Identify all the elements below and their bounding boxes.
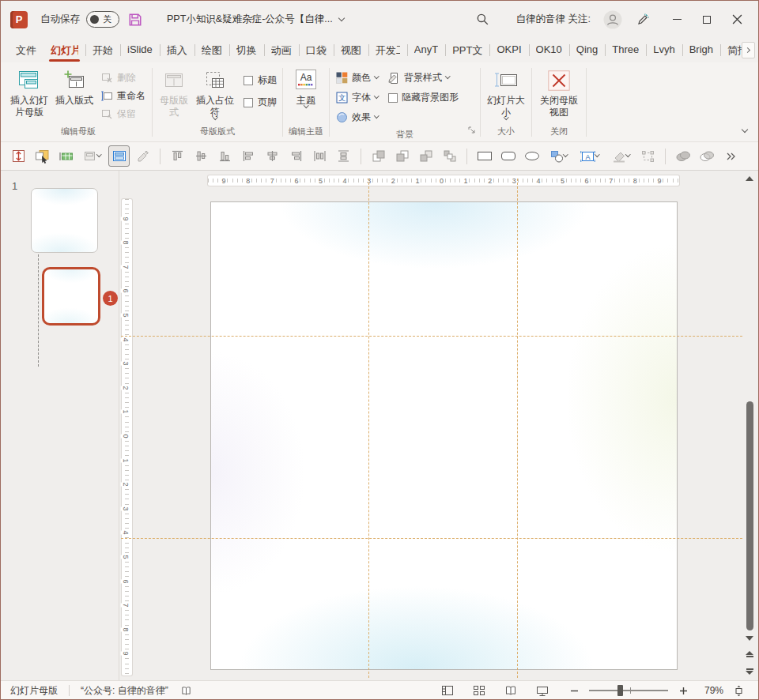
tab-koudai[interactable]: 口袋 [299,38,334,62]
background-styles-button[interactable]: 背景样式 [384,68,463,88]
vertical-scrollbar[interactable] [742,171,757,680]
horizontal-guide-top[interactable] [121,336,742,337]
horizontal-ruler[interactable]: 9876543210123456789 [208,175,679,186]
tab-ok10[interactable]: OK10 [529,38,569,62]
minimize-button[interactable] [662,6,692,33]
layout-panel-button[interactable] [108,145,130,167]
table-placeholder-button[interactable] [55,145,77,167]
insert-layout-button[interactable]: 插入版式 [51,65,97,107]
tab-animations[interactable]: 动画 [264,38,299,62]
tab-home[interactable]: 开始 [85,38,120,62]
insert-frame-button[interactable] [79,145,106,167]
distribute-horizontal-icon [313,149,327,163]
ruler-number: 3 [512,177,517,185]
scrollbar-thumb[interactable] [746,401,753,630]
close-button[interactable] [722,6,752,33]
tab-overflow-button[interactable] [742,42,755,58]
theme-fonts-button[interactable]: 文 字体 [332,88,384,107]
fit-slide-to-window-button[interactable] [728,683,749,698]
insert-placeholder-button[interactable]: 插入占位符 [193,65,237,119]
select-object-icon [35,149,50,164]
normal-view-button[interactable] [437,683,458,698]
autosave-state: 关 [103,13,111,25]
collapse-ribbon-button[interactable] [742,121,747,135]
tab-insert[interactable]: 插入 [160,38,194,62]
zoom-level[interactable]: 79% [697,685,723,696]
group-divider [152,68,153,137]
double-up-icon [746,651,753,655]
save-button[interactable] [124,9,146,31]
tab-draw[interactable]: 绘图 [194,38,229,62]
scroll-up-button[interactable] [746,176,753,181]
rounded-rectangle-shape-button[interactable] [497,145,519,167]
ruler-number: 4 [120,531,130,535]
chevron-down-icon [374,93,379,98]
zoom-out-button[interactable] [564,683,584,698]
selected-layout-thumbnail[interactable] [42,267,100,326]
toolbar-overflow-button[interactable] [719,145,741,167]
fit-height-button[interactable] [8,145,29,167]
theme-colors-button[interactable]: 颜色 [332,68,384,88]
rename-button[interactable]: 重命名 [97,87,149,105]
dialog-launcher-button[interactable] [468,122,475,137]
title-checkbox[interactable]: 标题 [244,73,277,87]
rectangle-shape-button[interactable] [474,145,495,167]
ruler-number: 1 [463,177,469,185]
tab-three[interactable]: Three [605,38,646,62]
tab-file[interactable]: 文件 [9,38,43,62]
themes-button[interactable]: Aa 主题 [285,65,327,107]
bring-forward-button [368,145,389,167]
ellipse-shape-button[interactable] [521,145,542,167]
tab-okpi[interactable]: OKPI [489,38,528,62]
select-object-button[interactable] [32,145,53,167]
scroll-down-button[interactable] [746,636,753,641]
master-slide-thumbnail[interactable] [31,188,98,253]
horizontal-guide-bottom[interactable] [121,538,742,539]
edit-points-button [637,145,659,167]
text-box-button[interactable]: A [576,145,604,167]
tab-slide-master[interactable]: 幻灯片 [43,38,85,62]
group-divider [531,68,532,137]
vertical-ruler[interactable]: 9876543210123456789 [122,199,132,676]
zoom-slider[interactable] [589,690,668,691]
theme-effects-button[interactable]: 效果 [332,107,384,127]
footer-checkbox[interactable]: 页脚 [244,96,277,109]
search-button[interactable] [472,9,494,31]
tab-anyt[interactable]: AnyT [407,38,445,62]
close-master-view-button[interactable]: 关闭母版视图 [534,65,583,119]
tab-islide[interactable]: iSlide [120,38,160,62]
more-shapes-button[interactable] [545,145,573,167]
proofing-button[interactable] [176,683,197,698]
maximize-button[interactable] [692,6,722,33]
zoom-in-button[interactable] [673,683,693,698]
tab-brigh[interactable]: Brigh [682,38,720,62]
slide-size-button[interactable]: 幻灯片大小 [483,65,529,119]
tab-view[interactable]: 视图 [334,38,368,62]
inking-pen-button[interactable] [632,9,654,31]
svg-text:文: 文 [338,93,346,102]
ruler-number: 2 [391,177,396,185]
tab-developer[interactable]: 开发工具 [368,38,407,62]
reading-view-button[interactable] [500,683,521,698]
bring-to-front-icon [419,149,433,163]
ruler-number: 5 [560,177,565,185]
bring-to-front-button [415,145,436,167]
vertical-guide-left[interactable] [368,179,369,678]
slide-sorter-button[interactable] [469,683,489,698]
slide-canvas[interactable] [210,201,678,670]
previous-slide-button[interactable] [746,651,753,657]
hide-background-graphics-checkbox[interactable]: 隐藏背景图形 [384,88,463,107]
vertical-guide-right[interactable] [517,179,518,678]
tab-pptwen[interactable]: PPT文 [445,38,489,62]
tab-qing[interactable]: Qing [569,38,605,62]
tab-transitions[interactable]: 切换 [229,38,264,62]
zoom-slider-thumb[interactable] [617,685,623,696]
autosave-toggle[interactable]: 关 [86,11,119,28]
autosave-label: 自动保存 [40,13,80,26]
document-title[interactable]: PPT小知识&疑难杂症-公众号【自律... [167,13,344,26]
account-avatar[interactable] [602,9,624,31]
insert-slide-master-button[interactable]: 插入幻灯片母版 [7,65,51,119]
slideshow-button[interactable] [532,683,553,698]
tab-lvyh[interactable]: Lvyh [646,38,682,62]
next-slide-button[interactable] [746,668,753,675]
